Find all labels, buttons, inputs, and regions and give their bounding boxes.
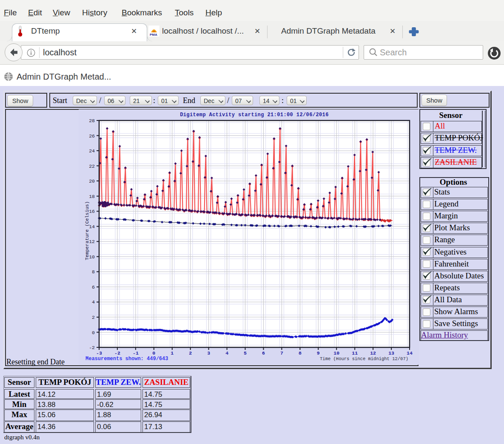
svg-text:24: 24	[89, 148, 95, 154]
svg-text:2: 2	[92, 315, 95, 320]
svg-text:0: 0	[92, 330, 95, 335]
svg-text:-2: -2	[114, 350, 120, 356]
svg-text:0: 0	[152, 350, 155, 356]
svg-text:Measurements shown: 449/643: Measurements shown: 449/643	[85, 356, 168, 362]
svg-text:11: 11	[352, 350, 358, 356]
svg-text:28: 28	[89, 118, 95, 123]
svg-text:9: 9	[317, 350, 320, 356]
svg-text:3: 3	[207, 350, 210, 356]
svg-text:-1: -1	[133, 350, 139, 356]
svg-text:Temperature (Celsius): Temperature (Celsius)	[85, 201, 90, 261]
svg-text:Time (Hours since midnight 12/: Time (Hours since midnight 12/07)	[320, 356, 408, 361]
svg-text:26: 26	[89, 133, 95, 139]
svg-text:18: 18	[89, 194, 95, 199]
svg-text:8: 8	[299, 350, 302, 356]
svg-text:2: 2	[189, 350, 192, 356]
svg-text:12: 12	[370, 350, 376, 356]
svg-text:6: 6	[92, 284, 95, 290]
svg-text:13: 13	[388, 350, 394, 356]
svg-text:7: 7	[280, 350, 283, 356]
svg-text:-2: -2	[89, 345, 95, 350]
svg-text:-3: -3	[96, 350, 102, 356]
svg-text:10: 10	[333, 350, 339, 356]
svg-text:20: 20	[89, 178, 95, 184]
svg-text:4: 4	[225, 350, 228, 356]
svg-text:6: 6	[262, 350, 265, 356]
svg-text:22: 22	[89, 163, 95, 169]
svg-text:1: 1	[171, 350, 174, 356]
svg-text:14: 14	[89, 224, 95, 229]
svg-text:10: 10	[89, 254, 95, 260]
svg-text:Digitemp Activity starting 21:: Digitemp Activity starting 21:01:00 12/0…	[180, 112, 329, 118]
svg-text:14: 14	[407, 350, 413, 356]
svg-text:5: 5	[244, 350, 247, 356]
svg-text:8: 8	[92, 269, 95, 275]
svg-text:4: 4	[92, 299, 95, 305]
svg-text:16: 16	[89, 209, 95, 214]
svg-text:12: 12	[89, 239, 95, 244]
svg-text:PMA: PMA	[150, 33, 157, 37]
